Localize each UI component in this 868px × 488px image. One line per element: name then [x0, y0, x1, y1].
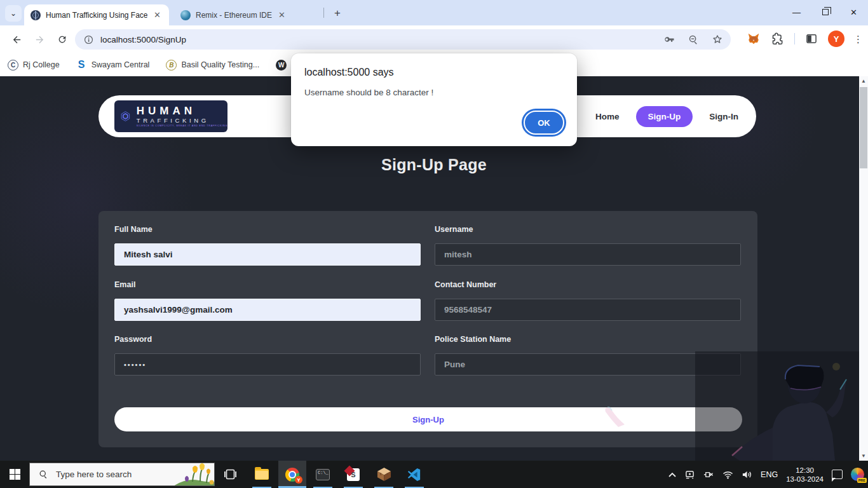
wifi-icon[interactable]: [722, 470, 733, 479]
url-text[interactable]: localhost:5000/SignUp: [100, 35, 663, 44]
chrome-taskbar-button[interactable]: Y: [278, 461, 306, 488]
profile-avatar[interactable]: Y: [828, 30, 844, 47]
extensions-puzzle-icon[interactable]: [770, 31, 785, 46]
password-field[interactable]: ••••••: [114, 353, 421, 376]
side-panel-icon[interactable]: [804, 31, 819, 46]
bookmark-icon: B: [166, 60, 177, 71]
ganache-button[interactable]: [370, 461, 398, 488]
hexagon-logo-icon: [121, 105, 130, 128]
notification-center-icon[interactable]: [832, 470, 843, 479]
logo-tagline: SILENCE IS COMPLICITY, BREAK IT AND END …: [137, 124, 227, 128]
tab-title: Remix - Ethereum IDE: [196, 11, 272, 20]
taskbar-clock[interactable]: 12:30 13-03-2024: [786, 466, 824, 484]
task-view-icon: [224, 469, 236, 480]
capture-icon[interactable]: [684, 470, 695, 479]
browser-tab-strip: ⌄ Human Trafficking Using Face R ✕ Remix…: [0, 0, 868, 25]
tab-close-icon[interactable]: ✕: [277, 10, 287, 20]
window-controls: — ✕: [782, 0, 868, 24]
forward-button[interactable]: [31, 30, 48, 48]
site-logo[interactable]: HUMAN TRAFFICKING SILENCE IS COMPLICITY,…: [114, 100, 227, 132]
metamask-extension-icon[interactable]: [746, 31, 761, 46]
copilot-pre-badge: PRE: [857, 478, 867, 483]
alert-dialog: localhost:5000 says Username should be 8…: [291, 53, 577, 146]
bookmark-swayam-central[interactable]: S Swayam Central: [76, 60, 150, 71]
new-tab-button[interactable]: +: [329, 5, 346, 22]
sign-up-submit-button[interactable]: Sign-Up: [114, 407, 742, 431]
window-restore-button[interactable]: [811, 0, 839, 24]
address-bar[interactable]: localhost:5000/SignUp: [75, 29, 731, 50]
start-button[interactable]: [0, 461, 29, 488]
power-plug-icon[interactable]: [703, 470, 714, 479]
bookmark-rj-college[interactable]: C Rj College: [8, 60, 60, 71]
alert-title: localhost:5000 says: [304, 67, 394, 78]
volume-icon[interactable]: [742, 470, 752, 479]
site-nav: Home Sign-Up Sign-In: [595, 106, 738, 127]
full-name-field[interactable]: Mitesh salvi: [114, 243, 421, 266]
logo-word-2: TRAFFICKING: [137, 117, 227, 124]
language-indicator[interactable]: ENG: [761, 470, 778, 479]
browser-tab-2[interactable]: Remix - Ethereum IDE ✕: [174, 4, 320, 25]
email-field[interactable]: yashsalvi1999@gmail.com: [114, 299, 421, 321]
tab-divider: [323, 8, 324, 18]
bookmark-star-icon[interactable]: [712, 34, 723, 45]
signup-form-card: Full Name Mitesh salvi Username mitesh E…: [98, 211, 757, 447]
zoom-out-icon[interactable]: [688, 34, 699, 45]
password-key-icon[interactable]: [663, 34, 675, 45]
contact-number-label: Contact Number: [435, 280, 496, 289]
chrome-profile-badge: Y: [295, 476, 302, 484]
date: 13-03-2024: [786, 475, 824, 484]
task-view-button[interactable]: [216, 461, 244, 488]
police-station-field[interactable]: Pune: [435, 353, 741, 376]
scroll-up-arrow[interactable]: ▲: [859, 76, 868, 86]
email-label: Email: [114, 280, 135, 289]
page-info-icon[interactable]: [83, 34, 94, 45]
back-button[interactable]: [8, 30, 25, 48]
browser-tab-1[interactable]: Human Trafficking Using Face R ✕: [24, 4, 169, 25]
terminal-button[interactable]: C:\_: [309, 461, 337, 488]
system-tray: ENG 12:30 13-03-2024 PRE: [668, 461, 864, 488]
windows-logo-icon: [10, 469, 20, 480]
tab-close-icon[interactable]: ✕: [153, 10, 162, 20]
reload-button[interactable]: [53, 30, 71, 48]
ssms-icon: S: [347, 468, 360, 481]
bookmark-icon: S: [76, 60, 87, 71]
globe-favicon: [31, 10, 41, 20]
contact-number-field[interactable]: 9568548547: [435, 299, 741, 321]
nav-sign-up[interactable]: Sign-Up: [636, 106, 693, 127]
police-station-label: Police Station Name: [435, 335, 511, 344]
terminal-icon: C:\_: [316, 469, 330, 480]
windows-taskbar: Type here to search Y C:\_: [0, 461, 868, 488]
alert-ok-button[interactable]: OK: [524, 111, 564, 135]
search-flowers-image: [173, 463, 214, 486]
browser-toolbar: localhost:5000/SignUp: [0, 25, 868, 53]
time: 12:30: [786, 466, 824, 475]
search-placeholder: Type here to search: [56, 470, 166, 479]
tab-title: Human Trafficking Using Face R: [46, 11, 147, 20]
alert-message: Username should be 8 character !: [304, 88, 433, 97]
scrollbar-thumb[interactable]: [860, 87, 867, 168]
copilot-icon[interactable]: PRE: [851, 468, 864, 481]
vscode-button[interactable]: [400, 461, 428, 488]
file-explorer-icon: [255, 469, 269, 480]
bookmark-icon: W: [276, 60, 287, 71]
scroll-down-arrow[interactable]: ▼: [859, 451, 868, 461]
password-label: Password: [114, 335, 152, 344]
window-close-button[interactable]: ✕: [839, 0, 868, 24]
vscode-icon: [407, 468, 421, 482]
nav-home[interactable]: Home: [595, 112, 620, 121]
file-explorer-button[interactable]: [248, 461, 276, 488]
username-field[interactable]: mitesh: [435, 243, 741, 266]
page-title: Sign-Up Page: [0, 156, 868, 174]
full-name-label: Full Name: [114, 225, 153, 234]
hidden-icons-chevron[interactable]: [668, 472, 676, 477]
page-scrollbar[interactable]: ▲ ▼: [859, 76, 868, 461]
nav-sign-in[interactable]: Sign-In: [709, 112, 738, 121]
bookmark-basil-quality[interactable]: B Basil Quality Testing...: [166, 60, 259, 71]
window-minimize-button[interactable]: —: [782, 0, 811, 24]
taskbar-search-box[interactable]: Type here to search: [29, 463, 215, 486]
browser-menu-icon[interactable]: ⋮: [853, 37, 863, 41]
tab-search-button[interactable]: ⌄: [5, 5, 22, 22]
ssms-button[interactable]: S: [339, 461, 367, 488]
ganache-cube-icon: [377, 467, 391, 482]
username-label: Username: [435, 225, 473, 234]
